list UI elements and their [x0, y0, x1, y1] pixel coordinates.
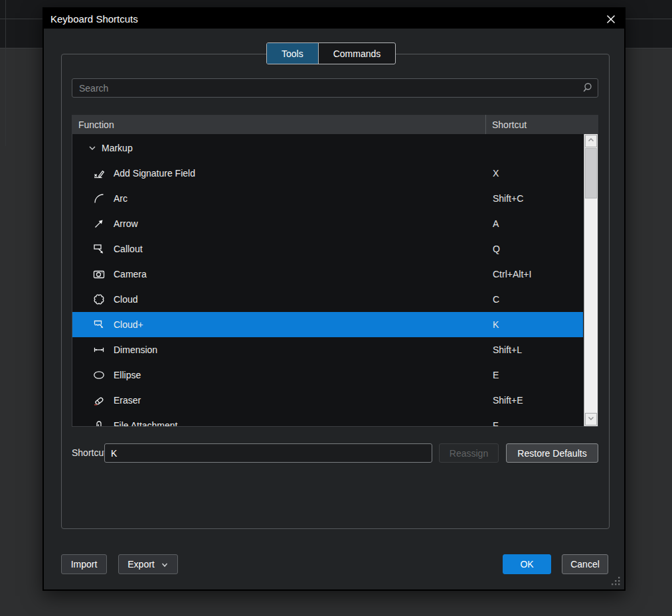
cancel-button[interactable]: Cancel [562, 554, 608, 574]
tab-bar: Tools Commands [266, 42, 396, 64]
chevron-down-icon[interactable] [86, 141, 99, 155]
shortcut-editor-label: Shortcut: [72, 443, 109, 463]
shortcut-editor-input[interactable] [104, 443, 432, 463]
row-label: Eraser [114, 395, 141, 406]
tab-tools[interactable]: Tools [267, 43, 318, 64]
row-shortcut: Shift+C [493, 193, 523, 204]
callout-icon [92, 242, 106, 256]
arc-icon [92, 192, 106, 205]
keyboard-shortcuts-dialog: Keyboard Shortcuts Tools Commands Functi… [42, 7, 626, 591]
table-header: Function Shortcut [72, 115, 598, 134]
table-row[interactable]: Add Signature FieldX [72, 161, 583, 186]
cloud-plus-icon [92, 318, 106, 331]
arrow-icon [92, 217, 106, 230]
signature-icon [92, 167, 106, 180]
attachment-icon [92, 419, 106, 427]
column-header-function[interactable]: Function [72, 119, 485, 130]
tab-commands[interactable]: Commands [318, 43, 396, 64]
search-container [72, 78, 598, 98]
table-row[interactable]: CloudC [72, 287, 583, 312]
export-button-label: Export [127, 559, 154, 570]
scrollbar-thumb[interactable] [585, 148, 597, 198]
row-shortcut: Shift+L [493, 345, 522, 355]
row-label: File Attachment [114, 420, 178, 427]
shortcut-rows: MarkupAdd Signature FieldXArcShift+CArro… [72, 135, 583, 427]
row-label: Arrow [114, 218, 138, 229]
reassign-button[interactable]: Reassign [439, 443, 499, 463]
dialog-titlebar: Keyboard Shortcuts [44, 9, 624, 29]
row-label: Arc [114, 193, 127, 204]
dialog-title: Keyboard Shortcuts [50, 13, 138, 25]
row-label: Add Signature Field [114, 168, 195, 179]
table-row-selected[interactable]: Cloud+K [72, 312, 583, 337]
chevron-up-icon [586, 135, 596, 147]
row-shortcut: Q [493, 244, 500, 254]
table-row[interactable]: ArcShift+C [72, 186, 583, 211]
ok-button[interactable]: OK [503, 554, 551, 574]
column-header-shortcut[interactable]: Shortcut [486, 119, 527, 130]
export-button[interactable]: Export [118, 554, 178, 574]
table-row[interactable]: DimensionShift+L [72, 337, 583, 362]
table-row[interactable]: EraserShift+E [72, 388, 583, 413]
row-shortcut: E [493, 370, 499, 380]
close-icon [606, 14, 618, 25]
chevron-down-icon [586, 414, 596, 425]
list-scrollbar[interactable] [584, 134, 598, 426]
search-input[interactable] [72, 78, 598, 98]
dimension-icon [92, 343, 106, 356]
close-button[interactable] [606, 13, 618, 25]
row-label: Camera [114, 269, 147, 279]
import-button[interactable]: Import [61, 554, 107, 574]
row-label: Dimension [114, 345, 157, 355]
background-divider-vertical [5, 0, 6, 146]
table-row[interactable]: CameraCtrl+Alt+I [72, 262, 583, 287]
group-row-markup[interactable]: Markup [72, 135, 583, 161]
row-shortcut: C [493, 294, 499, 305]
row-shortcut: A [493, 218, 499, 229]
row-label: Ellipse [114, 370, 141, 380]
camera-icon [92, 268, 106, 281]
row-label: Cloud [114, 294, 138, 305]
eraser-icon [92, 394, 106, 407]
restore-defaults-button[interactable]: Restore Defaults [506, 443, 598, 463]
row-shortcut: Ctrl+Alt+I [493, 269, 531, 279]
table-row[interactable]: File AttachmentF [72, 413, 583, 427]
ellipse-icon [92, 368, 106, 382]
row-label: Cloud+ [114, 319, 143, 330]
chevron-down-icon [161, 560, 169, 568]
tab-tools-label: Tools [282, 48, 303, 59]
row-shortcut: Shift+E [493, 395, 523, 406]
group-label: Markup [102, 143, 133, 153]
table-row[interactable]: CalloutQ [72, 236, 583, 262]
scroll-down-button[interactable] [585, 413, 597, 425]
cloud-icon [92, 293, 106, 306]
resize-grip[interactable] [610, 575, 622, 587]
scroll-up-button[interactable] [585, 135, 597, 147]
table-row[interactable]: ArrowA [72, 211, 583, 236]
row-shortcut: X [493, 168, 499, 179]
row-shortcut: K [493, 319, 499, 330]
row-shortcut: F [493, 420, 499, 427]
row-label: Callout [114, 244, 143, 254]
table-row[interactable]: EllipseE [72, 362, 583, 388]
shortcut-list: MarkupAdd Signature FieldXArcShift+CArro… [72, 134, 598, 427]
tab-commands-label: Commands [333, 48, 381, 59]
